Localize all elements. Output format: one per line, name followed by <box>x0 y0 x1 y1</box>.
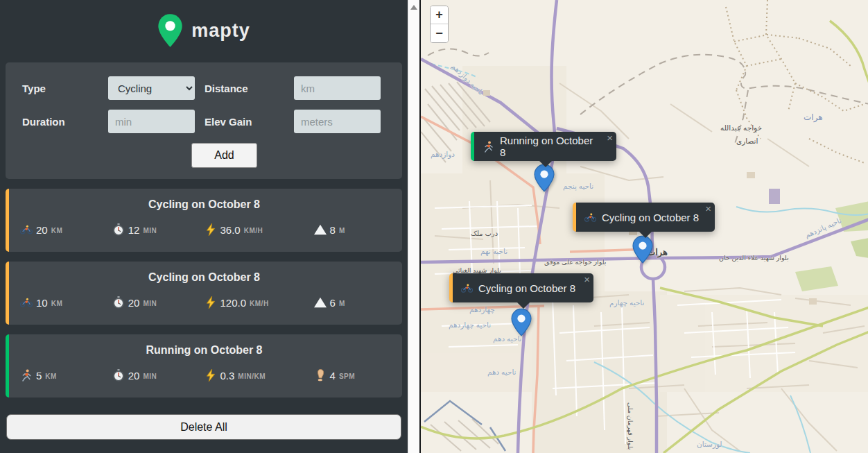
cyclist-icon <box>20 296 33 309</box>
map-label: ناحیه چهارم <box>609 298 644 307</box>
distance-input[interactable] <box>294 76 381 100</box>
workout-form: Type Cycling Distance Duration Elev Gain… <box>6 62 402 179</box>
add-button[interactable]: Add <box>191 143 257 168</box>
runner-icon <box>20 369 33 382</box>
app-title: mapty <box>191 20 250 42</box>
stat-value: 12 <box>128 224 140 236</box>
stat-unit: M <box>339 225 345 234</box>
popup-close-icon[interactable]: × <box>584 274 590 284</box>
workout-card-running[interactable]: Running on October 8 5 KM 20 MIN 0.3 MIN… <box>6 334 402 398</box>
duration-label: Duration <box>22 116 98 128</box>
sidebar: mapty Type Cycling Distance Duration Ele… <box>0 0 408 453</box>
workout-stats: 20 KM 12 MIN 36.0 KM/H 8 M <box>20 223 388 236</box>
stopwatch-icon <box>112 369 125 382</box>
zoom-in-button[interactable]: + <box>431 6 448 24</box>
popup-cycling-1[interactable]: Cycling on October 8 × <box>573 203 715 232</box>
stat-duration: 20 MIN <box>112 296 205 309</box>
map[interactable]: + − هرات خواجه عبدالله انصاری ناحیه پنجم… <box>419 0 868 453</box>
stat-distance: 5 KM <box>20 369 112 382</box>
popup-running[interactable]: Running on October 8 × <box>471 132 616 161</box>
stat-value: 10 <box>36 297 48 309</box>
stat-value: 20 <box>128 370 140 382</box>
stat-unit: M <box>339 298 345 307</box>
workout-title: Cycling on October 8 <box>20 198 388 211</box>
stat-unit: KM/H <box>250 298 269 307</box>
popup-text: Running on October 8 <box>500 135 601 158</box>
popup-cycling-2[interactable]: Cycling on October 8 × <box>449 273 593 302</box>
workout-stats: 10 KM 20 MIN 120.0 KM/H 6 M <box>20 296 388 309</box>
popup-text: Cycling on October 8 <box>602 212 699 223</box>
mapty-pin-icon <box>157 12 183 49</box>
stat-cadence: 4 SPM <box>314 369 388 382</box>
stopwatch-icon <box>112 296 125 309</box>
zoom-out-button[interactable]: − <box>431 24 448 42</box>
stat-unit: MIN <box>143 298 157 307</box>
scrollbar-up-arrow[interactable] <box>410 5 417 10</box>
map-label: ناحیه نهم <box>480 247 507 255</box>
elev-gain-input[interactable] <box>294 110 381 133</box>
delete-all-button[interactable]: Delete All <box>6 414 401 440</box>
stat-unit: SPM <box>339 370 355 380</box>
stat-distance: 20 KM <box>20 223 112 236</box>
stat-unit: KM <box>51 225 63 234</box>
map-label: درب ملک <box>471 230 498 237</box>
bolt-icon <box>205 223 217 236</box>
stat-elevation: 8 M <box>314 223 388 236</box>
stat-unit: MIN <box>143 225 157 234</box>
stat-value: 6 <box>330 297 336 309</box>
map-label: هرات <box>804 112 823 122</box>
type-select[interactable]: Cycling <box>108 76 195 100</box>
stat-unit: MIN/KM <box>238 370 266 380</box>
workout-stats: 5 KM 20 MIN 0.3 MIN/KM 4 SPM <box>20 369 388 382</box>
stat-unit: KM <box>45 370 57 380</box>
stat-value: 8 <box>330 224 336 236</box>
stat-distance: 10 KM <box>20 296 112 309</box>
duration-input[interactable] <box>108 110 195 133</box>
map-label: بلوار شهید علاء الدین خان <box>719 254 789 262</box>
workout-card-cycling-2[interactable]: Cycling on October 8 10 KM 20 MIN 120.0 … <box>6 262 402 325</box>
bolt-icon <box>205 296 217 309</box>
map-marker-cycling-1[interactable] <box>632 235 653 264</box>
stat-value: 0.3 <box>220 370 235 382</box>
stat-unit: MIN <box>143 370 157 380</box>
workout-card-cycling-1[interactable]: Cycling on October 8 20 KM 12 MIN 36.0 K… <box>6 189 402 252</box>
map-marker-running[interactable] <box>534 164 555 192</box>
stat-value: 36.0 <box>220 224 241 236</box>
runner-icon <box>483 141 494 153</box>
foot-icon <box>314 369 327 382</box>
stat-pace: 0.3 MIN/KM <box>205 369 314 382</box>
logo: mapty <box>6 0 402 61</box>
map-label: دوازدهم <box>431 150 455 158</box>
mountain-icon <box>314 296 327 309</box>
workout-title: Running on October 8 <box>20 344 388 357</box>
popup-close-icon[interactable]: × <box>705 203 711 214</box>
popup-close-icon[interactable]: × <box>607 133 613 143</box>
popup-text: Cycling on October 8 <box>478 282 575 294</box>
stat-speed: 36.0 KM/H <box>205 223 314 236</box>
bolt-icon <box>205 369 217 382</box>
map-label: انصاری <box>736 137 758 145</box>
map-label: بلوار قهرمان ملی <box>627 402 634 450</box>
map-label: ناحیه پنجم <box>563 182 593 190</box>
stat-value: 20 <box>128 297 140 309</box>
stat-unit: KM <box>51 298 63 307</box>
map-label: ناحیه دهم <box>487 368 517 376</box>
stat-duration: 12 MIN <box>112 223 205 236</box>
stat-speed: 120.0 KM/H <box>205 296 314 309</box>
map-label: چهاردهم <box>469 305 495 314</box>
map-marker-cycling-2[interactable] <box>511 308 532 336</box>
map-label: لورستان <box>697 440 722 448</box>
map-label: ناحیه چهاردهم <box>449 320 491 329</box>
stat-duration: 20 MIN <box>112 369 205 382</box>
stat-value: 20 <box>36 224 48 236</box>
map-label: بلوار خواجه علی موفق <box>544 258 606 266</box>
elev-gain-label: Elev Gain <box>205 116 284 128</box>
stopwatch-icon <box>112 223 125 236</box>
workout-title: Cycling on October 8 <box>20 271 388 284</box>
stat-value: 120.0 <box>220 297 247 309</box>
scrollbar[interactable] <box>408 0 419 453</box>
distance-label: Distance <box>205 83 284 94</box>
cyclist-icon <box>584 212 596 223</box>
type-label: Type <box>22 83 98 94</box>
stat-value: 5 <box>36 370 42 382</box>
